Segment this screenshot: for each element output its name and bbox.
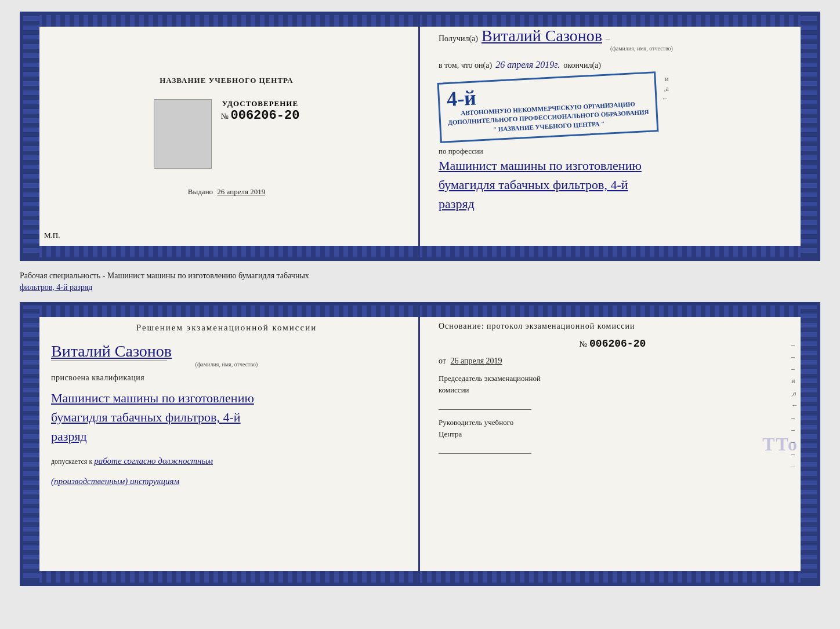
bottom-right-mark-dash4: – (791, 413, 798, 422)
ot-prefix: от (439, 357, 446, 365)
bottom-right-mark-a: ,а (791, 389, 798, 398)
bottom-number-sign: № (580, 340, 587, 348)
right-mark-i: и (665, 75, 668, 83)
cert-right-inner: Получил(а) Виталий Сазонов – (фамилия, и… (439, 27, 787, 213)
between-label: Рабочая специальность - Машинист машины … (20, 270, 820, 293)
chair-label: Председатель экзаменационной комиссии (439, 373, 787, 410)
bottom-right-mark-dash1: – (791, 340, 798, 349)
between-text-normal: Рабочая специальность - Машинист машины … (20, 271, 309, 280)
vydano-date: 26 апреля 2019 (217, 187, 265, 196)
bottom-certificate: Решением экзаменационной комиссии Витали… (20, 302, 820, 586)
stamp-block: 4-й АВТОНОМНУЮ НЕКОММЕРЧЕСКУЮ ОРГАНИЗАЦИ… (437, 71, 659, 143)
protocol-number: 006206-20 (589, 338, 646, 350)
ot-date: 26 апреля 2019 (450, 357, 502, 365)
bottom-profession-line1: Машинист машины по изготовлению (51, 388, 402, 408)
resolution-title: Решением экзаменационной комиссии (51, 322, 402, 334)
ruk-label: Руководитель учебного Центра (439, 417, 787, 454)
profession-line1: Машинист машины по изготовлению (439, 156, 787, 175)
cert-left-inner: НАЗВАНИЕ УЧЕБНОГО ЦЕНТРА УДОСТОВЕРЕНИЕ №… (51, 76, 402, 197)
bottom-profession-line2: бумагидля табачных фильтров, 4-й (51, 408, 402, 427)
bottom-right-inner: Основание: протокол экзаменационной коми… (439, 322, 787, 454)
tto-watermark: TTo (762, 434, 798, 455)
poluchil-prefix: Получил(а) (439, 34, 478, 43)
dash-after-name: – (606, 34, 610, 43)
okончил-label: окончил(а) (563, 61, 601, 70)
recipient-name: Виталий Сазонов (481, 27, 602, 45)
dopusk-line: допускается к работе согласно должностны… (51, 456, 402, 466)
top-certificate: НАЗВАНИЕ УЧЕБНОГО ЦЕНТРА УДОСТОВЕРЕНИЕ №… (20, 12, 820, 261)
completion-date: 26 апреля 2019г. (495, 60, 560, 70)
udostoverenie-label: УДОСТОВЕРЕНИЕ (221, 99, 300, 108)
between-text-underline: фильтров, 4-й разряд (20, 283, 92, 292)
cert-left-panel: НАЗВАНИЕ УЧЕБНОГО ЦЕНТРА УДОСТОВЕРЕНИЕ №… (23, 15, 420, 257)
mp-label: М.П. (44, 231, 60, 240)
right-strip (801, 15, 817, 257)
bottom-right-strip (801, 306, 817, 583)
bottom-cert-left: Решением экзаменационной комиссии Витали… (23, 306, 420, 583)
dopusk-prefix: допускается к (51, 457, 92, 466)
chair-signature-line (439, 409, 531, 410)
cert-number-value: 006206-20 (231, 108, 300, 123)
bottom-recipient-name: Виталий Сазонов (51, 342, 172, 360)
po-professii-label: по профессии (439, 147, 787, 156)
dopusk-handwritten1: работе согласно должностным (94, 456, 213, 466)
photo-placeholder (154, 99, 212, 169)
dopusk-handwritten2: (производственным) инструкциям (51, 477, 179, 486)
bottom-cert-right: Основание: протокол экзаменационной коми… (420, 306, 817, 583)
bottom-name-subtitle: (фамилия, имя, отчество) (51, 361, 402, 368)
cert-number-block: УДОСТОВЕРЕНИЕ № 006206-20 (221, 99, 300, 123)
bottom-left-inner: Решением экзаменационной комиссии Витали… (51, 322, 402, 486)
cert-right-panel: Получил(а) Виталий Сазонов – (фамилия, и… (420, 15, 817, 257)
school-name-title: НАЗВАНИЕ УЧЕБНОГО ЦЕНТРА (160, 76, 294, 85)
name-subtitle-top: (фамилия, имя, отчество) (497, 45, 787, 52)
bottom-right-mark-i: и (791, 377, 798, 386)
bottom-right-mark-dash2: – (791, 352, 798, 361)
prisvoena-text: присвоена квалификация (51, 373, 402, 383)
number-sign: № (221, 112, 229, 121)
left-strip (23, 15, 39, 257)
bottom-profession-line3: разряд (51, 427, 402, 446)
bottom-right-mark-dash3: – (791, 365, 798, 373)
right-mark-a: ,а (664, 85, 668, 93)
profession-line2: бумагидля табачных фильтров, 4-й (439, 175, 787, 194)
bottom-left-strip (23, 306, 39, 583)
profession-line3: разряд (439, 194, 787, 213)
vydano-label: Выдано (188, 187, 213, 196)
dopusk-line2: (производственным) инструкциям (51, 477, 402, 486)
bottom-right-mark-arrow: ← (791, 401, 798, 410)
bottom-right-mark-dash8: – (791, 462, 798, 471)
ruk-signature-line (439, 453, 531, 454)
vtom-prefix: в том, что он(а) (439, 61, 492, 70)
osnov-label: Основание: протокол экзаменационной коми… (439, 322, 787, 331)
right-mark-arrow: ← (662, 94, 669, 103)
